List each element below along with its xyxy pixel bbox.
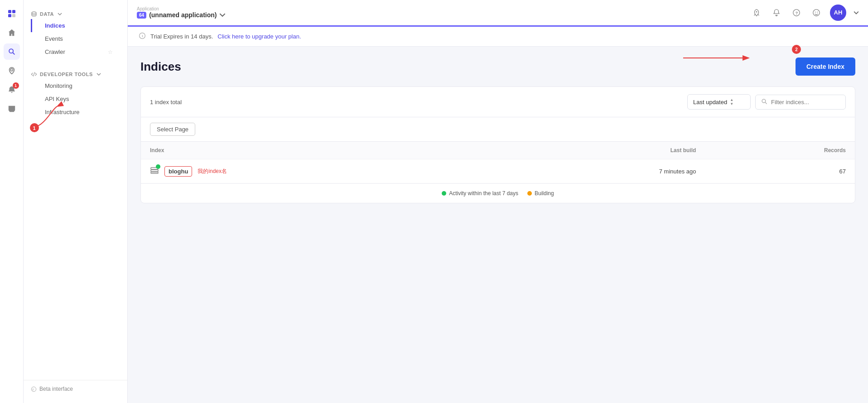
crawler-label: Crawler (45, 48, 65, 55)
search-icon[interactable] (4, 43, 20, 60)
api-keys-label: API Keys (45, 96, 69, 102)
records-cell: 67 (705, 159, 855, 183)
home-icon[interactable] (4, 24, 20, 41)
beta-interface[interactable]: β Beta interface (24, 380, 127, 398)
index-count: 1 index total (150, 99, 182, 106)
col-records: Records (705, 142, 855, 159)
col-last-build: Last build (498, 142, 705, 159)
header-controls: Last updated ▲▼ (687, 94, 846, 110)
legend-orange-dot (527, 191, 532, 196)
table-header: Index Last build Records (141, 142, 855, 159)
active-dot (156, 164, 160, 169)
table-row[interactable]: bloghu 我的index名 7 minutes ago 67 (141, 159, 855, 183)
bell-icon[interactable] (770, 6, 783, 19)
app-badge: 64 (137, 12, 146, 19)
sort-label: Last updated (693, 99, 727, 106)
content-area: i Trial Expires in 14 days. Click here t… (128, 25, 868, 403)
app-dropdown-icon[interactable] (219, 12, 226, 18)
sidebar: DATA Indices Events Crawler ☆ DEVELOPER … (24, 0, 128, 403)
svg-rect-23 (151, 172, 158, 173)
svg-rect-2 (8, 14, 11, 17)
notification-icon[interactable]: 1 (4, 82, 20, 98)
filter-indices-input[interactable] (771, 99, 839, 106)
monitoring-label: Monitoring (45, 82, 72, 89)
events-label: Events (45, 35, 63, 42)
select-page-button[interactable]: Select Page (150, 123, 195, 136)
legend-row: Activity within the last 7 days Building (141, 183, 855, 203)
icon-rail: 1 (0, 0, 24, 403)
svg-rect-3 (12, 14, 15, 17)
filter-search-icon (761, 98, 767, 106)
svg-point-4 (9, 49, 13, 53)
page-title: Indices (140, 60, 181, 74)
app-name: (unnamed application) (149, 11, 217, 19)
sort-select[interactable]: Last updated ▲▼ (687, 94, 751, 110)
user-dropdown-icon[interactable] (854, 10, 859, 15)
svg-text:i: i (142, 34, 143, 38)
data-section: DATA Indices Events Crawler ☆ (24, 5, 127, 60)
avatar[interactable]: AH (830, 5, 846, 21)
filter-input-wrapper (755, 95, 846, 110)
svg-rect-22 (151, 170, 158, 172)
sidebar-item-monitoring[interactable]: Monitoring (31, 79, 120, 92)
trial-icon: i (139, 32, 146, 41)
page-header: Indices 2 Create Index (140, 58, 855, 76)
svg-point-7 (32, 12, 36, 14)
legend-activity: Activity within the last 7 days (442, 190, 518, 197)
svg-point-15 (817, 11, 818, 12)
topbar: Application 64 (unnamed application) ? A… (128, 0, 868, 25)
last-build-cell: 7 minutes ago (498, 159, 705, 183)
create-index-button[interactable]: Create Index (796, 58, 855, 76)
legend-building: Building (527, 190, 554, 197)
rail-logo[interactable] (4, 5, 20, 22)
svg-line-20 (765, 102, 767, 104)
infrastructure-label: Infrastructure (45, 109, 80, 115)
svg-text:?: ? (796, 11, 798, 15)
index-annotation: 我的index名 (198, 168, 227, 175)
header-actions: 2 Create Index (796, 58, 855, 76)
trial-banner: i Trial Expires in 14 days. Click here t… (128, 25, 868, 47)
svg-line-5 (13, 53, 14, 54)
dev-tools-header[interactable]: DEVELOPER TOOLS (31, 69, 120, 79)
dev-tools-section: DEVELOPER TOOLS Monitoring API Keys Infr… (24, 66, 127, 120)
svg-point-19 (762, 99, 766, 103)
emoji-icon[interactable] (810, 6, 823, 19)
sidebar-item-indices[interactable]: Indices (31, 19, 120, 32)
beta-label: Beta interface (39, 386, 73, 392)
index-cell: bloghu 我的index名 (141, 159, 498, 183)
svg-point-14 (815, 11, 816, 12)
legend-green-dot (442, 191, 446, 196)
index-table: Index Last build Records (141, 142, 855, 183)
data-section-header[interactable]: DATA (31, 9, 120, 19)
topbar-right: ? AH (750, 5, 859, 21)
annotation-arrow-2 (683, 51, 756, 65)
index-name: bloghu (164, 166, 192, 177)
location-icon[interactable] (4, 62, 20, 79)
sidebar-item-events[interactable]: Events (31, 32, 120, 45)
app-label: Application (137, 6, 226, 11)
sidebar-item-api-keys[interactable]: API Keys (31, 92, 120, 106)
select-page-row: Select Page (141, 117, 855, 142)
rocket-icon[interactable] (750, 6, 763, 19)
star-icon: ☆ (108, 49, 113, 55)
legend-activity-label: Activity within the last 7 days (449, 190, 518, 197)
page-content: Indices 2 Create Index (128, 47, 868, 214)
app-info: Application 64 (unnamed application) (137, 6, 226, 19)
table-body: bloghu 我的index名 7 minutes ago 67 (141, 159, 855, 183)
indices-label: Indices (45, 22, 65, 29)
help-icon[interactable]: ? (790, 6, 803, 19)
svg-text:β: β (32, 388, 34, 391)
data-label: DATA (40, 11, 54, 17)
sidebar-item-crawler[interactable]: Crawler ☆ (31, 45, 120, 58)
index-db-icon (150, 166, 159, 177)
trial-message: Trial Expires in 14 days. (150, 33, 213, 40)
sort-arrows-icon: ▲▼ (730, 98, 733, 106)
index-cell-inner: bloghu 我的index名 (150, 166, 489, 177)
legend-building-label: Building (535, 190, 554, 197)
notification-badge: 1 (13, 82, 19, 89)
sidebar-item-infrastructure[interactable]: Infrastructure (31, 106, 120, 119)
trial-upgrade-link[interactable]: Click here to upgrade your plan. (217, 33, 301, 40)
svg-rect-0 (8, 10, 11, 13)
chat-icon[interactable] (4, 101, 20, 117)
svg-rect-1 (12, 10, 15, 13)
